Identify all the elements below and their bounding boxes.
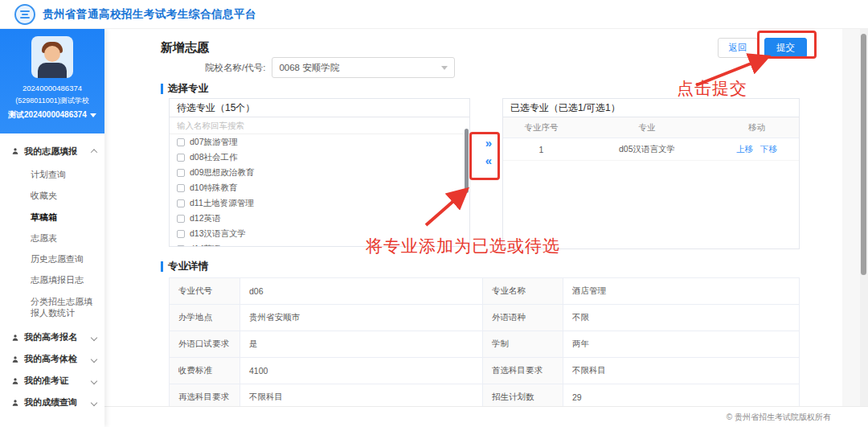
- search-row: [170, 117, 469, 134]
- user-id: 20240000486374: [0, 84, 104, 92]
- pending-major-item[interactable]: d13汉语言文学: [170, 226, 469, 241]
- checkbox-icon[interactable]: [177, 215, 185, 223]
- sidebar-item-application-form[interactable]: 志愿表: [0, 228, 104, 248]
- person-icon: [11, 399, 19, 407]
- section-accent-bar: [161, 84, 163, 94]
- detail-value: 不限科目: [563, 358, 799, 384]
- detail-value: 两年: [563, 331, 799, 357]
- sidebar-item-my-application[interactable]: 我的志愿填报: [0, 140, 104, 162]
- checkbox-icon[interactable]: [177, 184, 185, 192]
- page-title: 新增志愿: [161, 40, 209, 55]
- section-title: 专业详情: [168, 260, 208, 273]
- person-icon: [11, 147, 19, 155]
- user-school: (5298011001)测试学校: [0, 96, 104, 106]
- pending-major-item[interactable]: d07旅游管理: [170, 134, 469, 150]
- user-panel: 20240000486374 (5298011001)测试学校 测试202400…: [0, 29, 104, 133]
- pending-major-label: d09思想政治教育: [190, 167, 255, 179]
- move-to-selected-button[interactable]: »: [485, 137, 490, 149]
- detail-value: 贵州省安顺市: [240, 305, 483, 331]
- table-row: 收费标准 4100 首选科目要求 不限科目: [170, 358, 799, 384]
- selected-table-header: 专业序号 专业 移动: [503, 117, 799, 138]
- major-detail-table: 专业代号 d06 专业名称 酒店管理 办学地点 贵州省安顺市 外语语种 不限 外…: [169, 277, 800, 411]
- move-down-link[interactable]: 下移: [760, 144, 777, 154]
- list-scrollbar[interactable]: [465, 129, 469, 193]
- checkbox-icon[interactable]: [177, 245, 185, 248]
- page: 贵州省普通高校招生考试考生综合信息平台 20240000486374 (5298…: [0, 0, 868, 427]
- sidebar-item-drafts[interactable]: 草稿箱: [0, 207, 104, 228]
- checkbox-icon[interactable]: [177, 199, 185, 207]
- sidebar-item-physical-exam[interactable]: 我的高考体检: [0, 348, 104, 370]
- detail-label: 收费标准: [170, 358, 240, 384]
- move-cell: 上移 下移: [714, 144, 799, 155]
- detail-label: 办学地点: [170, 305, 240, 331]
- column-header-major: 专业: [579, 122, 714, 133]
- column-header-seq: 专业序号: [503, 122, 579, 133]
- sidebar-item-score-query[interactable]: 我的成绩查询: [0, 392, 104, 413]
- user-account-label: 测试20240000486374: [8, 109, 87, 121]
- move-up-link[interactable]: 上移: [736, 144, 753, 154]
- table-row: 1 d05汉语言文学 上移 下移: [503, 138, 799, 161]
- chevron-up-icon: [91, 149, 97, 155]
- selected-majors-title: 已选专业（已选1/可选1）: [503, 99, 799, 117]
- page-scrollbar-thumb[interactable]: [861, 34, 866, 275]
- pending-major-item[interactable]: d12英语: [170, 211, 469, 226]
- pending-major-item[interactable]: d09思想政治教育: [170, 165, 469, 180]
- sidebar-item-filling-log[interactable]: 志愿填报日志: [0, 269, 104, 290]
- chevron-down-icon: [91, 356, 97, 363]
- detail-value: 酒店管理: [563, 278, 799, 304]
- submit-button[interactable]: 提交: [764, 38, 807, 58]
- checkbox-icon[interactable]: [177, 230, 185, 238]
- platform-logo-icon: [14, 4, 35, 25]
- back-button[interactable]: 返回: [718, 38, 758, 58]
- move-to-pending-button[interactable]: «: [485, 154, 490, 166]
- pending-major-label: d10特殊教育: [190, 183, 238, 194]
- annotation-click-submit: 点击提交: [677, 77, 747, 100]
- section-major-detail: 专业详情: [161, 260, 208, 273]
- checkbox-icon[interactable]: [177, 154, 185, 162]
- pending-major-label: d11土地资源管理: [190, 198, 254, 209]
- table-row: 办学地点 贵州省安顺市 外语语种 不限: [170, 305, 799, 331]
- pending-major-label: d14英语: [190, 244, 221, 248]
- sidebar-item-history-query[interactable]: 历史志愿查询: [0, 248, 104, 269]
- pending-major-item[interactable]: d11土地资源管理: [170, 195, 469, 211]
- person-icon: [11, 355, 19, 363]
- school-select[interactable]: 0068 安顺学院: [272, 57, 455, 78]
- checkbox-icon[interactable]: [177, 169, 185, 177]
- pending-major-item[interactable]: d08社会工作: [170, 150, 469, 165]
- major-search-input[interactable]: [177, 121, 462, 130]
- pending-major-item[interactable]: d14英语: [170, 241, 469, 247]
- table-row: 外语口试要求 是 学制 两年: [170, 331, 799, 358]
- user-account-dropdown[interactable]: 测试20240000486374: [0, 109, 104, 121]
- detail-value: 不限: [563, 305, 799, 331]
- sidebar-item-plan-query[interactable]: 计划查询: [0, 164, 104, 185]
- sidebar-submenu: 计划查询 收藏夹 草稿箱 志愿表 历史志愿查询 志愿填报日志 分类招生志愿填报人…: [0, 162, 104, 326]
- detail-label: 专业代号: [170, 278, 240, 304]
- sidebar-item-admission-ticket[interactable]: 我的准考证: [0, 370, 104, 392]
- sidebar-item-label: 我的准考证: [24, 375, 92, 387]
- selected-majors-panel: 已选专业（已选1/可选1） 专业序号 专业 移动 1 d05汉语言文学 上移 下…: [502, 98, 800, 249]
- pending-major-label: d07旅游管理: [190, 137, 238, 148]
- sidebar-item-gaokao-registration[interactable]: 我的高考报名: [0, 326, 104, 348]
- selected-seq: 1: [503, 145, 579, 154]
- platform-title: 贵州省普通高校招生考试考生综合信息平台: [43, 7, 256, 22]
- chevron-down-icon: [91, 400, 97, 406]
- detail-label: 学制: [483, 331, 563, 357]
- sidebar-item-category-stats[interactable]: 分类招生志愿填报人数统计: [0, 291, 104, 324]
- table-row: 专业代号 d06 专业名称 酒店管理: [170, 278, 799, 305]
- sidebar-nav: 我的志愿填报 计划查询 收藏夹 草稿箱 志愿表 历史志愿查询 志愿填报日志 分类…: [0, 133, 104, 413]
- detail-label: 外语语种: [483, 305, 563, 331]
- copyright-text: © 贵州省招生考试院版权所有: [727, 412, 831, 423]
- pending-majors-title: 待选专业（15个）: [170, 99, 469, 117]
- detail-value: 4100: [240, 358, 483, 384]
- selected-major: d05汉语言文学: [579, 144, 714, 155]
- sidebar-item-label: 我的高考报名: [24, 331, 92, 343]
- section-accent-bar: [161, 261, 163, 272]
- sidebar-item-favorites[interactable]: 收藏夹: [0, 185, 104, 206]
- chevron-down-icon: [91, 378, 97, 384]
- column-header-move: 移动: [714, 122, 799, 133]
- pending-major-item[interactable]: d10特殊教育: [170, 180, 469, 195]
- transfer-controls: » «: [476, 137, 500, 166]
- checkbox-icon[interactable]: [177, 138, 185, 146]
- avatar: [31, 36, 73, 78]
- detail-label: 专业名称: [483, 278, 563, 304]
